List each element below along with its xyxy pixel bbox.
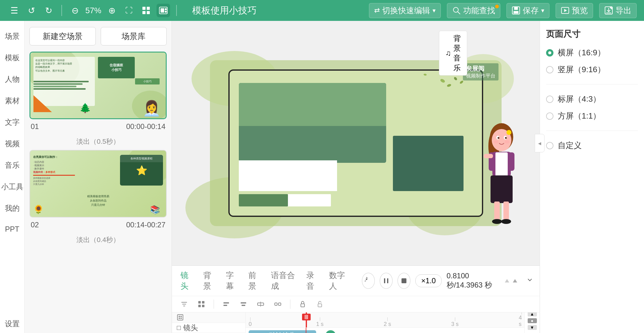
timeline-pause-button[interactable] — [380, 273, 393, 289]
timeline-expand-button[interactable] — [526, 276, 533, 286]
timeline-reset-button[interactable] — [362, 273, 375, 289]
canvas-background: 矣展阅 视频制作平台 — [210, 60, 502, 226]
timeline-tab-avatar[interactable]: 数字人 — [327, 269, 351, 293]
sidebar-item-video[interactable]: 视频 — [0, 135, 24, 153]
timeline-stop-button[interactable] — [398, 273, 410, 289]
mountain2-icon — [512, 277, 518, 284]
scroll-middle-button[interactable]: ● — [528, 318, 537, 323]
document-title: 模板使用小技巧 — [192, 4, 257, 17]
search-icon — [452, 6, 461, 15]
sidebar-item-text[interactable]: 文字 — [0, 113, 24, 131]
sidebar-item-music[interactable]: 音乐 — [0, 156, 24, 174]
sidebar-item-settings[interactable]: 设置 — [0, 315, 24, 333]
svg-rect-5 — [161, 8, 164, 13]
svg-point-24 — [498, 137, 499, 139]
menu-icon[interactable]: ☰ — [7, 4, 21, 17]
svg-rect-53 — [223, 305, 227, 306]
toolbar: ☰ ↺ ↻ ⊖ 57% ⊕ ⛶ — [0, 0, 644, 21]
preview-icon — [561, 6, 569, 15]
svg-rect-49 — [202, 301, 204, 304]
svg-rect-62 — [177, 315, 183, 320]
ratio-square[interactable]: 方屏（1:1） — [546, 111, 638, 121]
grid-tool-icon[interactable] — [195, 298, 208, 310]
new-scene-button[interactable]: 新建空场景 — [29, 27, 96, 45]
ratio-standard[interactable]: 标屏（4:3） — [546, 94, 638, 104]
svg-rect-11 — [514, 7, 518, 10]
export-button[interactable]: 导出 — [599, 3, 637, 18]
scene-card-01[interactable]: 在这里您可以看到一些内容这是一段示例文字，用于展示场景的缩略图效果可以包含文本、… — [29, 52, 167, 132]
split-icon[interactable] — [272, 298, 284, 310]
timeline-speed-button[interactable]: ×1.0 — [415, 274, 441, 287]
svg-line-9 — [458, 12, 460, 14]
save-button[interactable]: 保存 ▾ — [506, 3, 549, 18]
switch-edit-button[interactable]: ⇄ 切换快速编辑 ▾ — [369, 3, 441, 18]
toolbar-divider-2 — [290, 300, 290, 309]
radio-square-circle — [546, 112, 553, 120]
bg-music-button[interactable]: ♫ 背景音乐 — [439, 31, 467, 76]
timeline-tab-tts[interactable]: 语音合成 — [269, 269, 299, 293]
playhead-marker[interactable] — [302, 314, 311, 320]
scene-card-02[interactable]: 在亮展你可以制作： · 动态内容 · 视频展示 · 教学课件 视频种类：多种形式… — [29, 150, 167, 230]
scene-library-button[interactable]: 场景库 — [101, 27, 167, 45]
unlock-icon[interactable] — [314, 298, 326, 310]
svg-rect-33 — [491, 175, 513, 203]
zoom-minus-button[interactable]: ⊖ — [68, 4, 82, 17]
scene-transition-02: 淡出（0.4秒） — [29, 234, 167, 248]
svg-point-25 — [505, 137, 507, 139]
sidebar-item-material[interactable]: 素材 — [0, 92, 24, 110]
timeline-tab-subtitle[interactable]: 字幕 — [223, 269, 241, 293]
scene-list: 在这里您可以看到一些内容这是一段示例文字，用于展示场景的缩略图效果可以包含文本、… — [25, 52, 172, 333]
svg-point-36 — [492, 219, 502, 224]
timeline-shot-track: 默认镜头 + — [246, 328, 524, 333]
redo-button[interactable]: ↻ — [42, 4, 55, 17]
ruler-mark-3s: 3 s — [451, 317, 459, 327]
toolbar-right: ⇄ 切换快速编辑 ▾ 功能查找 保存 ▾ 预 — [369, 3, 637, 18]
timeline-labels: □ 镜头 — [172, 312, 246, 333]
ruler-mark-1s: 1 s — [316, 317, 324, 327]
svg-point-28 — [506, 130, 511, 135]
undo-button[interactable]: ↺ — [25, 4, 38, 17]
grid-button[interactable] — [139, 4, 153, 17]
preview-button[interactable]: 预览 — [556, 3, 593, 18]
svg-rect-59 — [278, 303, 281, 305]
sidebar-item-mine[interactable]: 我的 — [0, 199, 24, 217]
align-left-icon[interactable] — [220, 298, 232, 310]
svg-point-8 — [453, 7, 458, 12]
sidebar-item-template[interactable]: 模板 — [0, 49, 24, 67]
svg-point-27 — [505, 140, 510, 143]
zoom-plus-button[interactable]: ⊕ — [105, 4, 118, 17]
record-icon — [159, 6, 168, 15]
canvas-main: 矣展阅 视频制作平台 ◂ — [172, 21, 540, 265]
merge-icon[interactable] — [254, 298, 267, 310]
page-size-title: 页面尺寸 — [546, 28, 638, 40]
sidebar-item-scene[interactable]: 场景 — [0, 27, 24, 45]
timeline-tab-foreground[interactable]: 前景 — [246, 269, 264, 293]
function-find-button[interactable]: 功能查找 — [447, 3, 500, 18]
sidebar-item-character[interactable]: 人物 — [0, 70, 24, 88]
svg-rect-1 — [147, 7, 150, 10]
toolbar-left: ☰ ↺ ↻ ⊖ 57% ⊕ ⛶ — [7, 4, 266, 17]
svg-rect-65 — [179, 318, 180, 319]
ratio-portrait[interactable]: 竖屏（9:16） — [546, 64, 638, 75]
canvas-slide[interactable] — [228, 69, 483, 217]
sidebar-item-ppt[interactable]: PPT — [0, 221, 24, 238]
left-sidebar: 场景 模板 人物 素材 文字 视频 音乐 小工具 我的 PPT 设置 — [0, 21, 25, 333]
record-button[interactable] — [157, 4, 170, 17]
fullscreen-button[interactable]: ⛶ — [122, 4, 136, 17]
sidebar-item-tools[interactable]: 小工具 — [0, 178, 24, 196]
svg-rect-0 — [142, 7, 145, 10]
scroll-up-button[interactable]: ▲ — [528, 312, 537, 316]
align-center-icon[interactable] — [237, 298, 250, 310]
main-layout: 场景 模板 人物 素材 文字 视频 音乐 小工具 我的 PPT 设置 — [0, 21, 644, 333]
ratio-landscape[interactable]: 横屏（16:9） — [546, 47, 638, 58]
ratio-custom[interactable]: 自定义 — [546, 140, 638, 151]
scroll-down-button[interactable]: ▼ — [528, 325, 537, 330]
filter-tool-icon[interactable] — [178, 298, 190, 310]
timeline-tab-record[interactable]: 录音 — [304, 269, 322, 293]
export-icon — [604, 6, 613, 15]
timeline-tab-bg[interactable]: 背景 — [201, 269, 219, 293]
lock-icon[interactable] — [297, 298, 309, 310]
expand-panel-button[interactable]: ◂ — [535, 134, 545, 152]
timeline-add-clip-button[interactable]: + — [325, 330, 336, 333]
timeline-tab-shot[interactable]: 镜头 — [178, 269, 196, 293]
